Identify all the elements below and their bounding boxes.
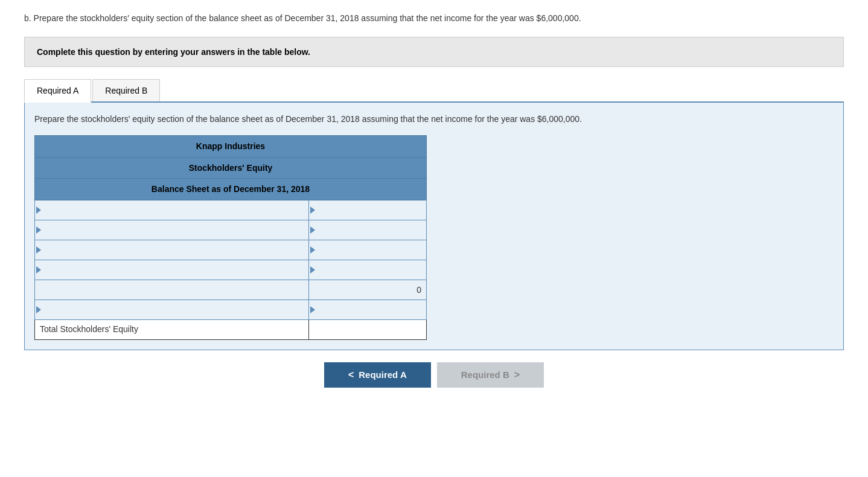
- table-row: [35, 200, 427, 220]
- table-row: [35, 299, 427, 319]
- row3-label-arrow: [36, 246, 41, 254]
- row6-value-arrow: [310, 306, 315, 313]
- tabs-container: Required A Required B: [24, 79, 844, 103]
- row4-value-arrow: [310, 266, 315, 274]
- instruction-box: Complete this question by entering your …: [24, 37, 844, 67]
- tab-description: Prepare the stockholders' equity section…: [34, 114, 582, 124]
- table-title-row-1: Knapp Industries: [35, 136, 427, 157]
- tab-content: Prepare the stockholders' equity section…: [24, 103, 844, 350]
- row3-value-cell: [309, 240, 427, 260]
- row6-label-cell: [35, 299, 309, 319]
- row3-label-cell: [35, 240, 309, 260]
- row6-label-input[interactable]: [35, 300, 308, 319]
- total-row: Total Stockholders' Equilty: [35, 319, 427, 339]
- row1-value-arrow: [310, 206, 315, 214]
- table-title-row-3: Balance Sheet as of December 31, 2018: [35, 179, 427, 200]
- page-header: b. Prepare the stockholders' equity sect…: [24, 12, 844, 25]
- prev-button[interactable]: < Required A: [324, 362, 431, 388]
- table-title-row-2: Stockholders' Equity: [35, 157, 427, 178]
- row2-label-cell: [35, 220, 309, 240]
- row3-label-input[interactable]: [35, 240, 308, 260]
- row6-label-arrow: [36, 306, 41, 313]
- row2-value-arrow: [310, 226, 315, 234]
- table-row: 0: [35, 280, 427, 299]
- tab-required-b[interactable]: Required B: [92, 79, 160, 101]
- row3-value-input[interactable]: [309, 240, 426, 260]
- tab-required-a[interactable]: Required A: [24, 79, 91, 103]
- row2-label-input[interactable]: [35, 220, 308, 240]
- row4-value-input[interactable]: [309, 260, 426, 280]
- row1-label-cell: [35, 200, 309, 220]
- row2-label-arrow: [36, 226, 41, 234]
- row4-label-cell: [35, 260, 309, 280]
- total-value-cell: [309, 319, 427, 339]
- header-text: b. Prepare the stockholders' equity sect…: [24, 13, 581, 23]
- row3-value-arrow: [310, 246, 315, 254]
- row6-value-input[interactable]: [309, 300, 426, 319]
- row4-label-arrow: [36, 266, 41, 274]
- prev-button-label: Required A: [359, 370, 406, 380]
- prev-arrow-icon: <: [348, 370, 354, 380]
- total-value-input[interactable]: [314, 322, 421, 337]
- nav-buttons: < Required A Required B >: [24, 362, 844, 388]
- instruction-text: Complete this question by entering your …: [37, 47, 310, 57]
- row5-value-cell: 0: [309, 280, 427, 299]
- next-arrow-icon: >: [514, 370, 520, 380]
- table-title-3: Balance Sheet as of December 31, 2018: [35, 179, 427, 200]
- table-row: [35, 240, 427, 260]
- row1-label-input[interactable]: [35, 200, 308, 220]
- row4-label-input[interactable]: [35, 260, 308, 280]
- row1-value-input[interactable]: [309, 200, 426, 220]
- row1-value-cell: [309, 200, 427, 220]
- row4-value-cell: [309, 260, 427, 280]
- row2-value-input[interactable]: [309, 220, 426, 240]
- row5-label-cell: [35, 280, 309, 299]
- row2-value-cell: [309, 220, 427, 240]
- row1-label-arrow: [36, 206, 41, 214]
- table-row: [35, 260, 427, 280]
- row5-zero-value: 0: [309, 280, 426, 299]
- row5-label-input[interactable]: [37, 280, 308, 299]
- next-button[interactable]: Required B >: [437, 362, 544, 388]
- table-title-1: Knapp Industries: [35, 136, 427, 157]
- next-button-label: Required B: [461, 370, 509, 380]
- equity-table: Knapp Industries Stockholders' Equity Ba…: [34, 135, 427, 339]
- row6-value-cell: [309, 299, 427, 319]
- table-row: [35, 220, 427, 240]
- equity-table-wrapper: Knapp Industries Stockholders' Equity Ba…: [34, 135, 427, 339]
- total-label: Total Stockholders' Equilty: [35, 319, 309, 339]
- table-title-2: Stockholders' Equity: [35, 157, 427, 178]
